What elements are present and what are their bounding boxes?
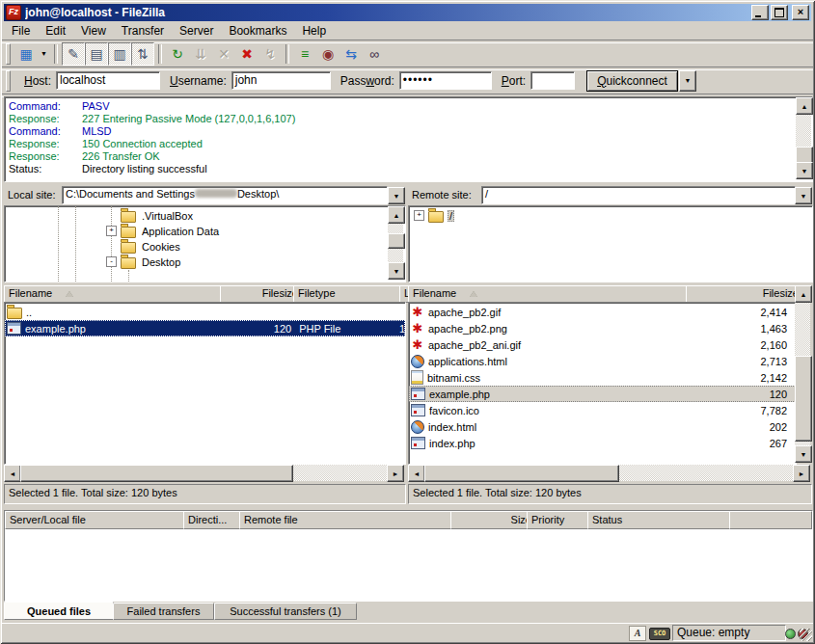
menu-help[interactable]: Help [294,23,334,39]
port-input[interactable] [530,71,575,90]
expander-icon[interactable] [414,210,424,221]
cancel-icon[interactable]: ✕ [212,42,235,66]
sync-browsing-icon[interactable]: ⇆ [340,42,363,66]
find-files-icon[interactable]: ∞ [363,42,386,66]
datatype-indicator-icon[interactable]: A [629,626,646,641]
app-icon[interactable]: Fz [6,5,21,20]
menu-file[interactable]: File [4,23,38,39]
remote-column-filesize[interactable]: Filesize [686,285,803,303]
scroll-right-icon[interactable]: ► [387,465,404,482]
remote-hscrollbar[interactable]: ◄ ► [408,465,810,481]
remote-row[interactable]: apache_pb2.png 1,463 [409,320,796,336]
local-column-filetype[interactable]: Filetype [293,285,409,303]
scroll-right-icon[interactable]: ► [793,465,810,482]
remote-list-scrollbar[interactable]: ▲ ▼ [795,285,810,463]
tree-item-root[interactable]: / [414,208,454,223]
tree-item-label[interactable]: .VirtualBox [140,210,195,222]
local-column-filesize[interactable]: Filesize [220,285,303,303]
queue-column-server-local-file[interactable]: Server/Local file [5,511,193,529]
remote-column-filename[interactable]: Filename [408,285,695,303]
scroll-down-icon[interactable]: ▼ [796,162,813,179]
toggle-remote-tree-icon[interactable]: ▥ [108,42,131,66]
tree-item-desktop[interactable]: Desktop [106,255,182,269]
tree-item-label[interactable]: Desktop [140,256,182,268]
tab-successful-transfers[interactable]: Successful transfers (1) [214,603,357,620]
queue-column-status[interactable]: Status [587,511,739,529]
username-input[interactable]: john [231,71,331,90]
remote-row[interactable]: applications.html 2,713 [409,353,796,369]
remote-site-dropdown-icon[interactable]: ▼ [795,187,812,204]
scroll-down-icon[interactable]: ▼ [388,262,405,280]
compare-icon[interactable]: ◉ [316,42,340,66]
menu-edit[interactable]: Edit [38,23,73,39]
scroll-left-icon[interactable]: ◄ [408,465,425,482]
toggle-queue-icon[interactable]: ⇅ [131,42,154,66]
remote-row[interactable]: index.html 202 [409,418,796,435]
scroll-up-icon[interactable]: ▲ [795,285,812,303]
menu-view[interactable]: View [73,23,114,39]
process-queue-icon[interactable]: ⇊ [189,42,212,66]
local-tree-scrollbar[interactable]: ▲ ▼ [388,206,403,280]
site-manager-dropdown-icon[interactable]: ▼ [38,43,50,65]
scroll-up-icon[interactable]: ▲ [796,97,813,115]
queue-column-remote-file[interactable]: Remote file [239,511,460,529]
remote-site-combobox[interactable]: / [481,186,796,204]
log-scrollbar[interactable]: ▲ ▼ [796,97,811,179]
scroll-up-icon[interactable]: ▲ [388,206,405,224]
local-site-combobox[interactable]: C:\Documents and SettingsDesktop\ [62,186,388,204]
local-tree-scrollbar-thumb[interactable] [388,233,405,249]
scroll-left-icon[interactable]: ◄ [4,465,21,482]
toolbar-grip[interactable] [6,43,11,65]
host-input[interactable]: localhost [56,71,160,90]
site-manager-icon[interactable]: ▦ [14,42,38,66]
local-site-dropdown-icon[interactable]: ▼ [388,187,405,204]
separator [54,44,58,64]
local-hscrollbar-thumb[interactable] [20,465,293,482]
log-message: Directory listing successful [82,163,207,175]
remote-row[interactable]: bitnami.css 2,142 [409,369,796,386]
tree-item-label[interactable]: / [448,210,454,222]
quickconnect-dropdown-icon[interactable]: ▼ [679,70,696,92]
expander-icon[interactable] [106,256,117,267]
scroll-down-icon[interactable]: ▼ [795,445,812,463]
tree-item-virtualbox[interactable]: .VirtualBox [106,208,195,223]
refresh-icon[interactable]: ↻ [166,42,189,66]
minimize-button[interactable] [751,5,769,20]
tree-item-application-data[interactable]: Application Data [106,224,221,238]
remote-row[interactable]: index.php 267 [409,435,796,451]
remote-row[interactable]: apache_pb2.gif 2,414 [409,304,796,320]
local-hscrollbar[interactable]: ◄ ► [4,465,404,481]
tree-item-label[interactable]: Application Data [140,226,221,237]
expander-icon[interactable] [106,226,117,236]
local-row-example-php[interactable]: example.php 120 PHP File 1 [5,320,405,336]
resize-grip[interactable] [800,629,812,641]
quickconnect-button[interactable]: Quickconnect [586,70,678,92]
remote-row[interactable]: apache_pb2_ani.gif 2,160 [409,336,796,353]
tab-failed-transfers[interactable]: Failed transfers [113,603,214,620]
filename: example.php [429,389,490,400]
disconnect-icon[interactable]: ✖ [235,42,258,66]
toggle-local-tree-icon[interactable]: ▤ [85,42,108,66]
remote-row[interactable]: favicon.ico 7,782 [409,402,796,418]
maximize-button[interactable] [771,5,788,20]
reconnect-icon[interactable]: ↯ [258,42,282,66]
filter-icon[interactable]: ≡ [293,42,316,66]
tree-item-cookies[interactable]: Cookies [106,239,182,254]
password-input[interactable]: •••••• [399,71,492,90]
menu-server[interactable]: Server [172,23,221,39]
tab-queued-files[interactable]: Queued files [4,602,114,620]
queue-column-size[interactable]: Size [450,511,536,529]
remote-list-scrollbar-thumb[interactable] [795,356,812,442]
close-button[interactable]: × [792,5,809,20]
menu-transfer[interactable]: Transfer [114,23,172,39]
toggle-message-log-icon[interactable]: ✎ [62,42,85,66]
speedlimits-indicator-icon[interactable]: SCO [649,628,670,640]
menu-bookmarks[interactable]: Bookmarks [221,23,294,39]
pane-splitter[interactable] [404,184,408,502]
quickconnect-grip[interactable] [6,70,11,92]
tree-item-label[interactable]: Cookies [140,241,182,253]
local-row-parent-dir[interactable]: .. [5,304,405,320]
remote-row-selected[interactable]: example.php 120 [409,386,796,402]
local-column-filename[interactable]: Filename [4,285,230,303]
remote-hscrollbar-thumb[interactable] [424,465,619,482]
